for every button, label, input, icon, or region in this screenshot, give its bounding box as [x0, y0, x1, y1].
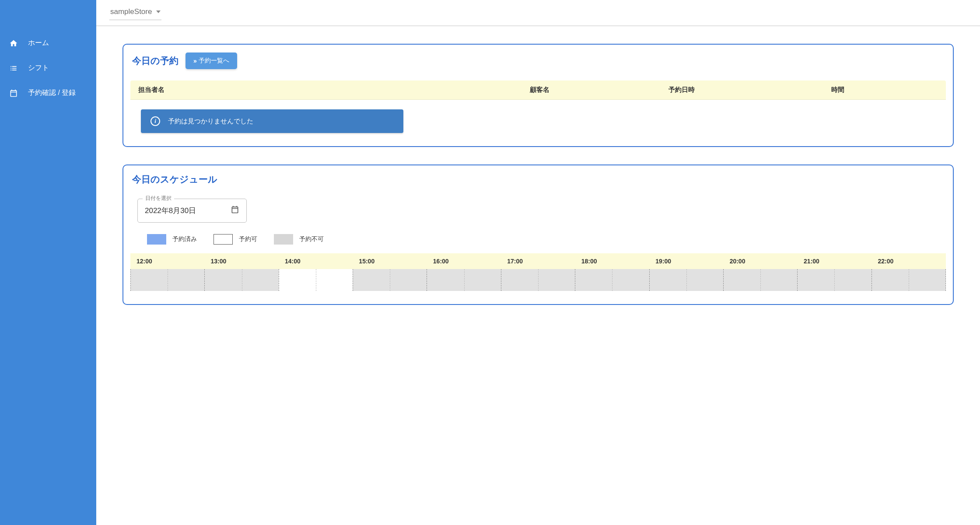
schedule-title: 今日のスケジュール	[132, 173, 217, 186]
timeline-hour: 17:00	[501, 258, 575, 265]
store-selector-value: sampleStore	[110, 7, 152, 16]
timeline-hour: 14:00	[279, 258, 353, 265]
info-icon: i	[150, 116, 160, 126]
chevron-right-double-icon: »	[193, 57, 196, 64]
timeline-slot[interactable]	[130, 269, 204, 291]
timeline-slot[interactable]	[427, 269, 500, 291]
sidebar-item-label: 予約確認 / 登録	[28, 88, 76, 98]
todays-schedule-card: 今日のスケジュール 日付を選択 2022年8月30日 予約済み	[122, 164, 954, 305]
calendar-icon	[9, 89, 18, 98]
sidebar-item-label: ホーム	[28, 38, 49, 48]
legend-unavailable: 予約不可	[274, 234, 324, 245]
timeline-slot[interactable]	[279, 269, 353, 291]
timeline-slot[interactable]	[353, 269, 427, 291]
reservations-title: 今日の予約	[132, 55, 178, 67]
timeline-hour: 19:00	[649, 258, 723, 265]
reservation-list-button[interactable]: » 予約一覧へ	[186, 52, 237, 69]
timeline-slot[interactable]	[797, 269, 871, 291]
timeline-hour: 13:00	[204, 258, 278, 265]
list-icon	[9, 64, 18, 73]
timeline-hour: 15:00	[353, 258, 427, 265]
legend-available: 予約可	[214, 234, 257, 245]
timeline-hour: 16:00	[427, 258, 501, 265]
legend: 予約済み 予約可 予約不可	[147, 234, 946, 245]
legend-available-label: 予約可	[239, 235, 257, 243]
sidebar: ホーム シフト 予約確認 / 登録	[0, 0, 96, 525]
swatch-available	[214, 234, 233, 245]
timeline-hour: 22:00	[872, 258, 946, 265]
legend-unavailable-label: 予約不可	[299, 235, 324, 243]
timeline-hour: 18:00	[575, 258, 649, 265]
timeline-slot[interactable]	[649, 269, 723, 291]
timeline: 12:00 13:00 14:00 15:00 16:00 17:00 18:0…	[130, 253, 946, 291]
date-picker-value: 2022年8月30日	[145, 206, 196, 216]
sidebar-item-home[interactable]: ホーム	[0, 31, 96, 56]
timeline-slot[interactable]	[872, 269, 946, 291]
todays-reservations-card: 今日の予約 » 予約一覧へ 担当者名 顧客名 予約日時 時間 i	[122, 44, 954, 147]
timeline-hour: 12:00	[130, 258, 204, 265]
timeline-header: 12:00 13:00 14:00 15:00 16:00 17:00 18:0…	[130, 253, 946, 269]
empty-reservations-banner: i 予約は見つかりませんでした	[141, 109, 403, 133]
legend-booked-label: 予約済み	[172, 235, 197, 243]
timeline-body	[130, 269, 946, 291]
timeline-hour: 21:00	[798, 258, 872, 265]
swatch-booked	[147, 234, 166, 245]
store-selector[interactable]: sampleStore	[109, 6, 161, 20]
timeline-slot[interactable]	[204, 269, 278, 291]
timeline-slot[interactable]	[575, 269, 649, 291]
content: 今日の予約 » 予約一覧へ 担当者名 顧客名 予約日時 時間 i	[96, 26, 980, 340]
sidebar-item-shift[interactable]: シフト	[0, 56, 96, 80]
timeline-slot[interactable]	[723, 269, 797, 291]
reservation-list-button-label: 予約一覧へ	[199, 57, 229, 65]
main: sampleStore 今日の予約 » 予約一覧へ 担当者名 顧客名 予約日時	[96, 0, 980, 525]
col-staff: 担当者名	[130, 80, 522, 100]
col-duration: 時間	[823, 80, 946, 100]
col-customer: 顧客名	[522, 80, 661, 100]
chevron-down-icon	[156, 10, 161, 13]
date-picker-label: 日付を選択	[143, 195, 174, 202]
reservations-table: 担当者名 顧客名 予約日時 時間	[130, 80, 946, 100]
topbar: sampleStore	[96, 0, 980, 26]
home-icon	[9, 39, 18, 48]
col-datetime: 予約日時	[661, 80, 824, 100]
sidebar-item-label: シフト	[28, 63, 49, 73]
sidebar-item-reservation[interactable]: 予約確認 / 登録	[0, 80, 96, 105]
swatch-unavailable	[274, 234, 293, 245]
timeline-hour: 20:00	[724, 258, 798, 265]
date-picker[interactable]: 日付を選択 2022年8月30日	[137, 199, 247, 223]
empty-reservations-text: 予約は見つかりませんでした	[168, 117, 253, 126]
legend-booked: 予約済み	[147, 234, 197, 245]
timeline-slot[interactable]	[501, 269, 575, 291]
calendar-icon	[231, 205, 239, 216]
